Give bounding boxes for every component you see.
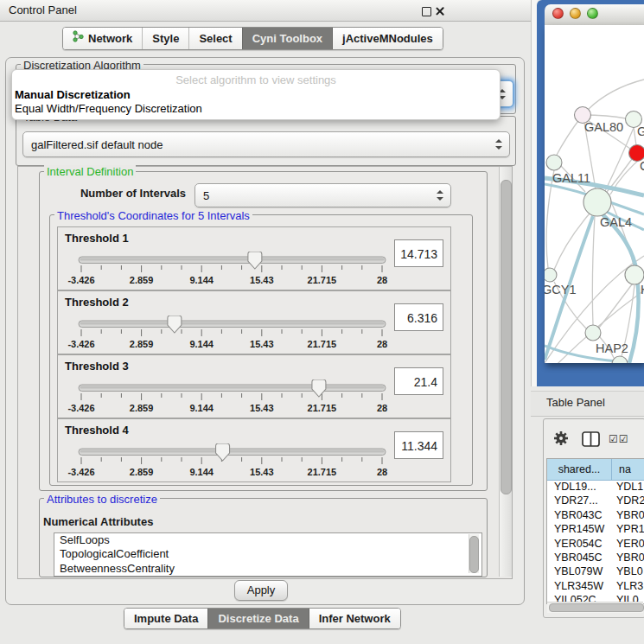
tab-cyni-toolbox[interactable]: Cyni Toolbox (242, 28, 332, 49)
num-intervals-combobox[interactable]: 5 (194, 183, 451, 207)
threshold-slider[interactable]: -3.4262.8599.14415.4321.71528 (58, 252, 452, 288)
svg-text:-3.426: -3.426 (67, 467, 94, 477)
control-panel: Control Panel Network Style Select Cyni … (0, 0, 531, 644)
svg-text:C: C (640, 159, 644, 173)
column-header-name[interactable]: na (612, 459, 644, 481)
attribute-item[interactable]: SelfLoops (54, 533, 481, 547)
table-row[interactable]: YBR045CYBR0 (547, 552, 644, 565)
tab-infer-network[interactable]: Infer Network (309, 609, 400, 628)
combo-arrows-icon (437, 190, 443, 201)
gear-icon[interactable] (553, 430, 569, 449)
cell-name: YER0 (612, 538, 644, 552)
svg-text:G: G (637, 124, 644, 138)
svg-text:2.859: 2.859 (130, 467, 154, 477)
threshold-label: Threshold 3 (65, 360, 129, 373)
dropdown-option-manual[interactable]: Manual Discretization (15, 88, 131, 101)
threshold-label: Threshold 1 (65, 232, 129, 245)
horizontal-scrollbar-thumb[interactable] (549, 603, 644, 612)
float-panel-icon[interactable] (422, 7, 431, 16)
svg-text:28: 28 (377, 339, 387, 349)
table-row[interactable]: YLR345WYLR3 (547, 580, 644, 594)
tab-select[interactable]: Select (188, 28, 241, 49)
table-row[interactable]: YBR043CYBR0 (547, 509, 644, 523)
close-window-icon[interactable] (552, 8, 564, 19)
svg-text:H: H (641, 283, 644, 296)
attributes-list[interactable]: SelfLoopsTopologicalCoefficientBetweenne… (54, 532, 482, 577)
cell-name: YBL0 (612, 565, 643, 579)
split-columns-icon[interactable] (582, 431, 600, 450)
tab-label: Impute Data (134, 609, 198, 628)
num-intervals-value: 5 (203, 189, 209, 202)
svg-text:GCY1: GCY1 (545, 283, 577, 296)
svg-text:-3.426: -3.426 (67, 339, 94, 349)
apply-button[interactable]: Apply (234, 580, 288, 601)
svg-text:21.715: 21.715 (308, 403, 337, 413)
threshold-panels: Threshold 1-3.4262.8599.14415.4321.71528… (57, 226, 451, 482)
bottom-tab-bar: Impute Data Discretize Data Infer Networ… (124, 608, 401, 629)
svg-text:21.715: 21.715 (308, 339, 337, 349)
cell-name: YBR0 (612, 552, 644, 565)
svg-text:21.715: 21.715 (308, 467, 337, 477)
svg-text:28: 28 (377, 275, 387, 285)
svg-text:GAL11: GAL11 (552, 171, 590, 185)
threshold-panel: Threshold 2-3.4262.8599.14415.4321.71528… (57, 290, 451, 354)
zoom-window-icon[interactable] (587, 8, 598, 19)
tab-label: Network (88, 28, 132, 49)
cell-name: YDL1 (612, 481, 643, 494)
attributes-group-title: Attributes to discretize (44, 493, 160, 506)
tab-label: Infer Network (319, 609, 391, 628)
svg-text:21.715: 21.715 (308, 275, 337, 285)
table-row[interactable]: YBL079WYBL0 (547, 565, 644, 579)
threshold-value-box[interactable]: 11.344 (394, 431, 443, 459)
table-row[interactable]: YER054CYER0 (547, 538, 644, 552)
table-row[interactable]: YDR27...YDR2 (547, 494, 644, 508)
tab-style[interactable]: Style (142, 28, 188, 49)
threshold-panel: Threshold 1-3.4262.8599.14415.4321.71528… (57, 226, 451, 290)
attribute-item[interactable]: TopologicalCoefficient (54, 547, 481, 561)
threshold-value-box[interactable]: 6.316 (394, 303, 443, 331)
cell-shared-name: YBR043C (547, 509, 612, 523)
svg-text:15.43: 15.43 (250, 403, 274, 413)
node-table[interactable]: shared... na YDL19...YDL1YDR27...YDR2YBR… (546, 458, 644, 604)
threshold-label: Threshold 2 (65, 296, 129, 309)
svg-text:9.144: 9.144 (189, 403, 214, 413)
network-graph[interactable]: GAL80GCGAL11GAL4GCY1HHAP2 (545, 25, 644, 363)
svg-text:28: 28 (377, 467, 387, 477)
attribute-item[interactable]: BetweennessCentrality (54, 562, 481, 576)
threshold-slider[interactable]: -3.4262.8599.14415.4321.71528 (58, 443, 452, 480)
vertical-scrollbar-thumb[interactable] (501, 180, 512, 494)
svg-text:2.859: 2.859 (130, 339, 154, 349)
tab-impute-data[interactable]: Impute Data (124, 609, 207, 628)
threshold-slider[interactable]: -3.4262.8599.14415.4321.71528 (58, 316, 452, 352)
dropdown-option-equal-width[interactable]: Equal Width/Frequency Discretization (15, 102, 202, 115)
svg-text:2.859: 2.859 (130, 275, 154, 285)
threshold-value-box[interactable]: 14.713 (394, 239, 443, 267)
column-checkboxes-icon[interactable]: ☑☑ (609, 433, 629, 445)
threshold-value-box[interactable]: 21.4 (394, 367, 443, 395)
top-tab-bar: Network Style Select Cyni Toolbox jActiv… (62, 27, 443, 50)
cell-name: YPR1 (612, 523, 644, 537)
tab-discretize-data[interactable]: Discretize Data (207, 609, 308, 628)
column-header-shared-name[interactable]: shared... (547, 459, 612, 481)
numerical-attributes-label: Numerical Attributes (43, 515, 153, 528)
svg-text:GAL80: GAL80 (584, 120, 623, 134)
algorithm-dropdown-popup: Select algorithm to view settings Manual… (11, 69, 501, 120)
svg-text:-3.426: -3.426 (67, 403, 94, 413)
table-header: shared... na (547, 459, 644, 481)
cell-shared-name: YER054C (547, 538, 612, 552)
svg-text:9.144: 9.144 (189, 339, 214, 349)
num-intervals-label: Number of Intervals (61, 187, 186, 200)
tab-jactivemnodules[interactable]: jActiveMNodules (332, 28, 443, 49)
close-icon[interactable] (435, 6, 445, 16)
control-panel-titlebar: Control Panel (0, 0, 531, 22)
cell-name: YBR0 (612, 509, 644, 523)
svg-text:GAL4: GAL4 (600, 215, 632, 229)
table-data-combobox[interactable]: galFiltered.sif default node (22, 131, 510, 157)
threshold-slider[interactable]: -3.4262.8599.14415.4321.71528 (58, 379, 452, 416)
table-row[interactable]: YPR145WYPR1 (547, 523, 644, 537)
svg-text:-3.426: -3.426 (67, 275, 94, 285)
table-row[interactable]: YDL19...YDL1 (547, 481, 644, 494)
attributes-scrollbar-thumb[interactable] (469, 536, 479, 573)
tab-network[interactable]: Network (63, 28, 142, 49)
minimize-window-icon[interactable] (570, 8, 581, 19)
